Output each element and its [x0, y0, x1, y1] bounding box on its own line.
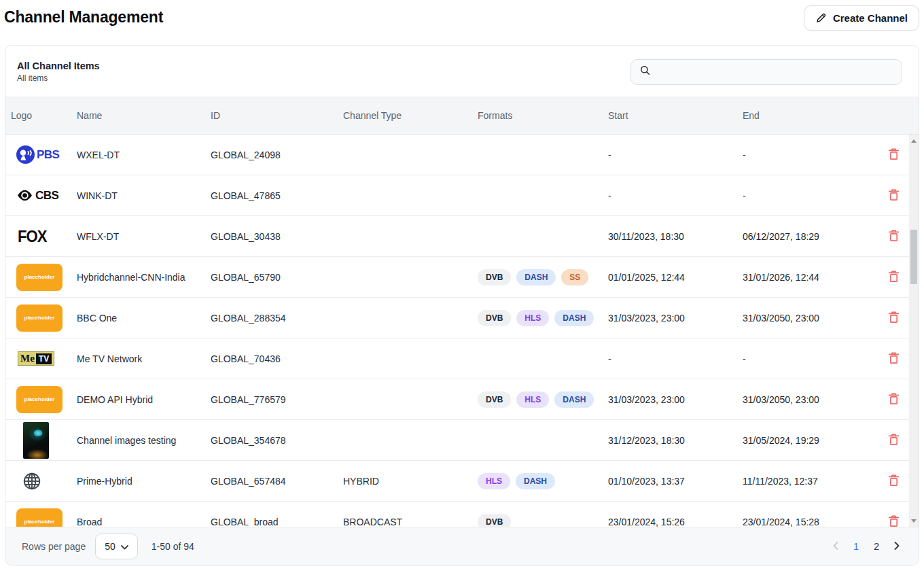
row-actions — [877, 308, 910, 328]
delete-button[interactable] — [885, 430, 902, 451]
chevron-left-icon — [833, 541, 838, 552]
table-row[interactable]: placeholderBroadGLOBAL_broadBROADCASTDVB… — [5, 502, 910, 527]
format-badge-hls: HLS — [516, 391, 549, 408]
channel-name: WFLX-DT — [77, 231, 211, 242]
trash-icon — [888, 351, 900, 366]
delete-button[interactable] — [885, 308, 902, 328]
channel-image-thumbnail — [23, 422, 49, 459]
channel-id: GLOBAL_70436 — [211, 353, 343, 364]
rows-per-page-value: 50 — [105, 541, 116, 552]
table-row[interactable]: MeTVMe TV NetworkGLOBAL_70436-- — [5, 338, 910, 379]
channel-name: WINK-DT — [77, 190, 211, 201]
column-header-formats: Formats — [478, 110, 608, 121]
row-actions — [877, 471, 910, 491]
table-row[interactable]: CBSWINK-DTGLOBAL_47865-- — [5, 175, 910, 216]
end-date: 23/01/2024, 15:28 — [743, 517, 877, 527]
search-input[interactable] — [656, 67, 893, 77]
table-row[interactable]: FOXWFLX-DTGLOBAL_3043830/11/2023, 18:300… — [5, 216, 910, 257]
channel-logo-cell: FOX — [11, 227, 77, 246]
placeholder-logo: placeholder — [16, 264, 63, 291]
panel-subtitle: All items — [17, 73, 100, 83]
channel-id: GLOBAL_30438 — [211, 231, 343, 242]
delete-button[interactable] — [885, 186, 902, 206]
scroll-down-arrow-icon[interactable] — [909, 516, 919, 525]
format-badge-dash: DASH — [554, 391, 594, 408]
next-page-button[interactable] — [889, 538, 905, 555]
channel-name: Broad — [77, 517, 211, 527]
row-actions — [877, 145, 910, 165]
start-date: - — [608, 150, 743, 160]
delete-button[interactable] — [885, 389, 902, 410]
table-header-row: LogoNameIDChannel TypeFormatsStartEnd — [5, 97, 919, 135]
chevron-right-icon — [894, 541, 900, 552]
trash-icon — [888, 433, 900, 448]
end-date: 31/01/2026, 12:44 — [743, 272, 877, 283]
channel-formats: DVBHLSDASH — [478, 310, 608, 326]
channel-name: Hybridchannel-CNN-India — [77, 272, 211, 283]
start-date: 30/11/2023, 18:30 — [608, 231, 743, 242]
channel-id: GLOBAL_657484 — [211, 476, 343, 487]
scroll-up-arrow-icon[interactable] — [909, 136, 919, 145]
panel-heading: All Channel Items All items — [17, 60, 100, 83]
format-badge-dash: DASH — [516, 269, 556, 285]
format-badge-ss: SS — [561, 269, 588, 285]
delete-button[interactable] — [885, 226, 902, 247]
start-date: 31/03/2023, 23:00 — [608, 313, 743, 324]
table-row[interactable]: placeholderDEMO API HybridGLOBAL_776579D… — [5, 379, 910, 420]
channel-logo-cell: placeholder — [11, 508, 77, 527]
column-header-end: End — [743, 110, 877, 121]
trash-icon — [888, 392, 900, 407]
search-icon — [639, 65, 651, 79]
page-button-1[interactable]: 1 — [848, 538, 864, 555]
channel-table-card: All Channel Items All items LogoNameIDCh… — [5, 45, 919, 565]
fox-logo: FOX — [18, 227, 47, 246]
previous-page-button[interactable] — [828, 538, 844, 555]
trash-icon — [888, 229, 900, 244]
channel-id: GLOBAL_65790 — [211, 272, 343, 283]
trash-icon — [888, 270, 900, 285]
cbs-logo: CBS — [16, 187, 58, 204]
end-date: - — [743, 150, 877, 160]
column-header-name: Name — [77, 110, 211, 121]
search-box[interactable] — [630, 59, 902, 85]
channel-logo-cell: placeholder — [11, 386, 77, 413]
column-header-id: ID — [211, 110, 343, 121]
rows-per-page-select[interactable]: 50 — [95, 534, 138, 559]
table-body: PBSWXEL-DTGLOBAL_24098--CBSWINK-DTGLOBAL… — [5, 135, 919, 527]
table-row[interactable]: Channel images testingGLOBAL_35467831/12… — [5, 420, 910, 461]
delete-button[interactable] — [885, 349, 902, 369]
delete-button[interactable] — [885, 512, 902, 527]
start-date: - — [608, 190, 743, 201]
table-row[interactable]: PBSWXEL-DTGLOBAL_24098-- — [5, 135, 910, 175]
channel-formats: DVBHLSDASH — [478, 391, 608, 408]
delete-button[interactable] — [885, 145, 902, 165]
vertical-scrollbar[interactable] — [909, 135, 919, 527]
scrollbar-thumb[interactable] — [910, 230, 917, 284]
page-title: Channel Management — [4, 5, 163, 27]
placeholder-logo: placeholder — [16, 304, 63, 332]
row-actions — [877, 226, 910, 247]
channel-id: GLOBAL_288354 — [211, 313, 343, 324]
format-badge-dvb: DVB — [478, 310, 511, 326]
page-button-2[interactable]: 2 — [868, 538, 885, 555]
trash-icon — [888, 147, 900, 162]
column-header-start: Start — [608, 110, 743, 121]
table-row[interactable]: Prime-HybridGLOBAL_657484HYBRIDHLSDASH01… — [5, 461, 910, 502]
row-actions — [877, 267, 910, 288]
delete-button[interactable] — [885, 267, 902, 288]
create-channel-button[interactable]: Create Channel — [804, 5, 919, 31]
trash-icon — [888, 311, 900, 326]
format-badge-dash: DASH — [516, 473, 555, 489]
row-actions — [877, 430, 910, 451]
start-date: 01/10/2023, 13:37 — [608, 476, 743, 487]
end-date: - — [743, 353, 877, 364]
table-row[interactable]: placeholderHybridchannel-CNN-IndiaGLOBAL… — [5, 257, 910, 298]
delete-button[interactable] — [885, 471, 902, 491]
channel-logo-cell: PBS — [11, 145, 77, 164]
row-actions — [877, 512, 910, 527]
table-row[interactable]: placeholderBBC OneGLOBAL_288354DVBHLSDAS… — [5, 298, 910, 338]
start-date: 31/03/2023, 23:00 — [608, 394, 743, 405]
channel-formats: DVB — [478, 514, 608, 527]
card-header: All Channel Items All items — [5, 46, 919, 97]
start-date: 01/01/2025, 12:44 — [608, 272, 743, 283]
